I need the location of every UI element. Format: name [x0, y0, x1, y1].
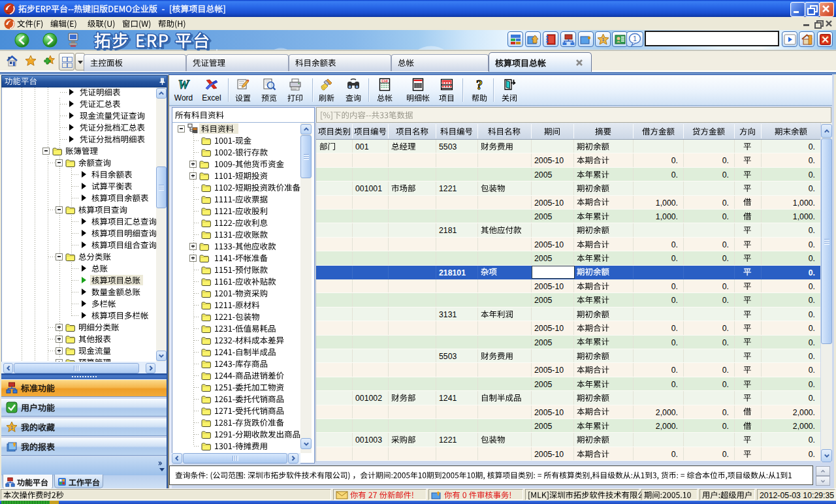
svg-text:1: 1 [602, 37, 605, 42]
svg-text:1: 1 [10, 424, 14, 430]
svg-text:1: 1 [633, 35, 637, 42]
svg-text:CHI: CHI [381, 79, 388, 83]
svg-text:?: ? [476, 78, 483, 91]
svg-text:W: W [178, 78, 190, 91]
